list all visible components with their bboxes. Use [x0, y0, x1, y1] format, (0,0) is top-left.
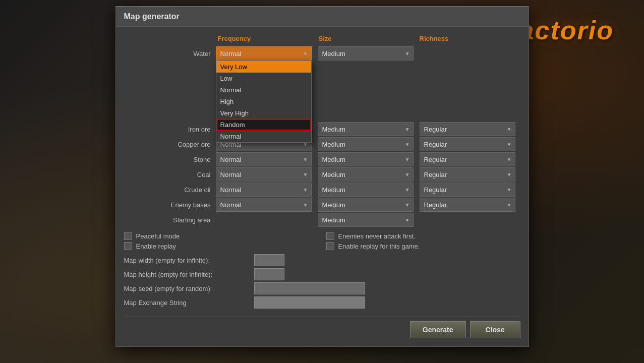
- iron-richness-dropdown[interactable]: Regular: [420, 122, 515, 136]
- col-header-size: Size: [316, 33, 417, 44]
- table-row: Starting area Medium: [124, 213, 520, 227]
- iron-richness-value: Regular: [424, 126, 447, 133]
- copper-size-dropdown[interactable]: Medium: [318, 137, 414, 151]
- row-label-stone: Stone: [124, 156, 215, 163]
- row-label-enemy-bases: Enemy bases: [124, 201, 215, 209]
- copper-size-value: Medium: [322, 141, 345, 148]
- map-exchange-label: Map Exchange String: [124, 299, 250, 307]
- coal-size-value: Medium: [322, 171, 345, 178]
- water-size-value: Medium: [322, 50, 345, 57]
- table-row: Stone Normal Medium Regular: [124, 152, 520, 166]
- enable-replay-label: Enable replay: [136, 243, 217, 250]
- row-label-coal: Coal: [124, 171, 215, 178]
- dialog-content: Frequency Size Richness Water Normal Ver…: [116, 27, 529, 346]
- dialog-overlay: Map generator Frequency Size Richness Wa…: [0, 0, 644, 363]
- dropdown-item-very-high[interactable]: Very High: [216, 107, 311, 119]
- row-label-crude-oil: Crude oil: [124, 186, 215, 194]
- water-frequency-dropdown[interactable]: Normal: [216, 46, 312, 60]
- crude-richness-value: Regular: [424, 186, 447, 194]
- map-seed-input[interactable]: [254, 282, 365, 294]
- enemies-attack-label: Enemies never attack first.: [338, 232, 416, 240]
- map-generator-dialog: Map generator Frequency Size Richness Wa…: [115, 6, 529, 347]
- enemy-richness-value: Regular: [424, 201, 447, 209]
- table-row: Copper ore Normal Medium Regular: [124, 137, 520, 151]
- crude-frequency-dropdown[interactable]: Normal: [216, 183, 312, 197]
- stone-frequency-dropdown[interactable]: Normal: [216, 152, 312, 166]
- starting-area-size-value: Medium: [322, 216, 345, 224]
- enemy-frequency-value: Normal: [220, 201, 242, 209]
- table-row: Iron ore Normal Medium Regular: [124, 122, 520, 136]
- copper-richness-dropdown[interactable]: Regular: [420, 137, 515, 151]
- crude-size-dropdown[interactable]: Medium: [318, 183, 414, 197]
- resource-table: Water Normal Very Low Low Normal High Ve…: [124, 46, 520, 227]
- col-empty: [124, 33, 215, 44]
- generate-button[interactable]: Generate: [410, 321, 466, 338]
- dropdown-item-random[interactable]: Random: [216, 119, 311, 131]
- options-section: Peaceful mode Enemies never attack first…: [124, 232, 520, 250]
- map-width-row: Map width (empty for infinite):: [124, 254, 520, 266]
- crude-frequency-value: Normal: [220, 186, 242, 194]
- enable-replay-checkbox[interactable]: [124, 242, 132, 250]
- starting-area-size-dropdown[interactable]: Medium: [318, 213, 414, 227]
- replay-note-checkbox[interactable]: [326, 242, 334, 250]
- water-size-dropdown[interactable]: Medium: [318, 46, 414, 60]
- crude-size-value: Medium: [322, 186, 345, 194]
- water-frequency-container: Normal Very Low Low Normal High Very Hig…: [216, 46, 317, 60]
- enemies-attack-checkbox[interactable]: [326, 232, 334, 240]
- map-height-input[interactable]: [254, 268, 284, 280]
- map-exchange-input[interactable]: [254, 296, 365, 309]
- copper-richness-value: Regular: [424, 141, 447, 148]
- button-row: Generate Close: [124, 317, 520, 338]
- dropdown-item-low[interactable]: Low: [216, 73, 311, 84]
- table-row: Water Normal Very Low Low Normal High Ve…: [124, 46, 520, 60]
- map-exchange-row: Map Exchange String: [124, 296, 520, 309]
- map-height-label: Map height (empty for infinite):: [124, 271, 250, 278]
- stone-size-dropdown[interactable]: Medium: [318, 152, 414, 166]
- stone-richness-value: Regular: [424, 156, 447, 163]
- input-section: Map width (empty for infinite): Map heig…: [124, 254, 520, 309]
- table-row: Coal Normal Medium Regular: [124, 167, 520, 182]
- enemy-frequency-dropdown[interactable]: Normal: [216, 198, 312, 212]
- map-height-row: Map height (empty for infinite):: [124, 268, 520, 280]
- column-headers: Frequency Size Richness: [124, 33, 520, 44]
- coal-size-dropdown[interactable]: Medium: [318, 167, 414, 182]
- col-header-richness: Richness: [417, 33, 517, 44]
- table-row: Enemy bases Normal Medium Regular: [124, 198, 520, 212]
- peaceful-mode-row: Peaceful mode: [124, 232, 318, 240]
- stone-size-value: Medium: [322, 156, 345, 163]
- peaceful-mode-label: Peaceful mode: [136, 232, 217, 240]
- coal-frequency-value: Normal: [220, 171, 242, 178]
- row-label-starting-area: Starting area: [124, 216, 215, 224]
- enemy-size-dropdown[interactable]: Medium: [318, 198, 414, 212]
- dropdown-item-normal[interactable]: Normal: [216, 84, 311, 96]
- dropdown-item-very-low[interactable]: Very Low: [216, 61, 311, 73]
- coal-frequency-dropdown[interactable]: Normal: [216, 167, 312, 182]
- coal-richness-value: Regular: [424, 171, 447, 178]
- enemies-attack-row: Enemies never attack first.: [326, 232, 520, 240]
- dialog-title: Map generator: [116, 7, 529, 27]
- row-label-copper: Copper ore: [124, 141, 215, 148]
- map-width-label: Map width (empty for infinite):: [124, 257, 250, 264]
- water-frequency-value: Normal: [220, 50, 242, 57]
- map-width-input[interactable]: [254, 254, 284, 266]
- col-header-frequency: Frequency: [215, 33, 316, 44]
- close-button[interactable]: Close: [470, 321, 520, 338]
- map-seed-label: Map seed (empty for random):: [124, 285, 250, 292]
- enemy-richness-dropdown[interactable]: Regular: [420, 198, 515, 212]
- iron-size-dropdown[interactable]: Medium: [318, 122, 414, 136]
- peaceful-mode-checkbox[interactable]: [124, 232, 132, 240]
- enemy-size-value: Medium: [322, 201, 345, 209]
- iron-size-value: Medium: [322, 126, 345, 133]
- dropdown-item-high[interactable]: High: [216, 96, 311, 107]
- dropdown-item-normal-bottom[interactable]: Normal: [216, 131, 311, 142]
- row-label-water: Water: [124, 50, 215, 57]
- row-label-iron: Iron ore: [124, 126, 215, 133]
- map-seed-row: Map seed (empty for random):: [124, 282, 520, 294]
- crude-richness-dropdown[interactable]: Regular: [420, 183, 515, 197]
- stone-frequency-value: Normal: [220, 156, 242, 163]
- coal-richness-dropdown[interactable]: Regular: [420, 167, 515, 182]
- frequency-dropdown-menu: Very Low Low Normal High Very High Rando…: [216, 60, 312, 143]
- enable-replay-row: Enable replay: [124, 242, 318, 250]
- stone-richness-dropdown[interactable]: Regular: [420, 152, 515, 166]
- table-row: Crude oil Normal Medium Regular: [124, 183, 520, 197]
